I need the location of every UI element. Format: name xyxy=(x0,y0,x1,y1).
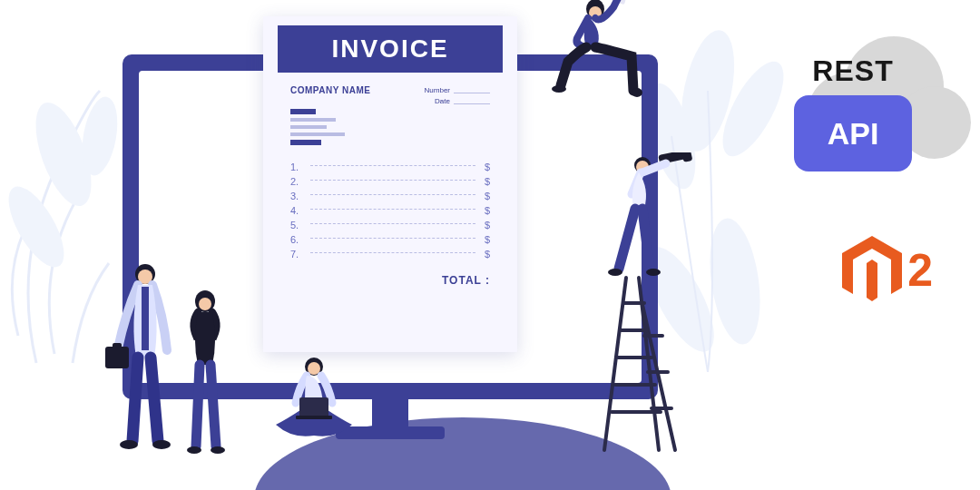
svg-rect-38 xyxy=(113,343,122,348)
svg-rect-27 xyxy=(681,152,693,162)
invoice-line-items: 1.$ 2.$ 3.$ 4.$ 5.$ 6.$ 7.$ xyxy=(290,162,490,260)
company-address-placeholder xyxy=(290,109,490,145)
svg-point-43 xyxy=(187,446,201,454)
svg-point-44 xyxy=(211,446,225,454)
svg-point-12 xyxy=(632,88,642,97)
svg-point-28 xyxy=(608,269,622,276)
svg-rect-37 xyxy=(105,347,129,368)
screen-corner-label: INVOICE xyxy=(152,78,213,93)
magento-icon xyxy=(842,236,902,305)
svg-line-15 xyxy=(642,305,675,450)
api-badge: API xyxy=(794,95,912,172)
person-standing-woman xyxy=(169,287,241,459)
magento-logo: 2 xyxy=(842,236,933,305)
invoice-number-label: Number xyxy=(425,86,450,94)
person-telescope xyxy=(595,152,704,325)
svg-rect-33 xyxy=(296,416,332,419)
person-sitting-monitor xyxy=(535,0,653,109)
svg-rect-36 xyxy=(142,287,149,350)
svg-point-39 xyxy=(120,440,138,449)
svg-point-11 xyxy=(552,85,566,93)
invoice-total-label: TOTAL : xyxy=(290,274,490,287)
svg-point-40 xyxy=(152,440,171,449)
invoice-date-label: Date xyxy=(435,97,450,105)
svg-rect-32 xyxy=(299,397,328,417)
company-name-label: COMPANY NAME xyxy=(290,85,370,95)
invoice-document: INVOICE COMPANY NAME Number Date 1.$ 2.$… xyxy=(263,16,517,352)
person-laptop xyxy=(260,352,368,461)
svg-point-42 xyxy=(199,298,211,310)
svg-point-29 xyxy=(646,269,661,276)
magento-version: 2 xyxy=(907,244,933,297)
invoice-title: INVOICE xyxy=(278,25,503,73)
rest-label: REST xyxy=(753,54,953,88)
